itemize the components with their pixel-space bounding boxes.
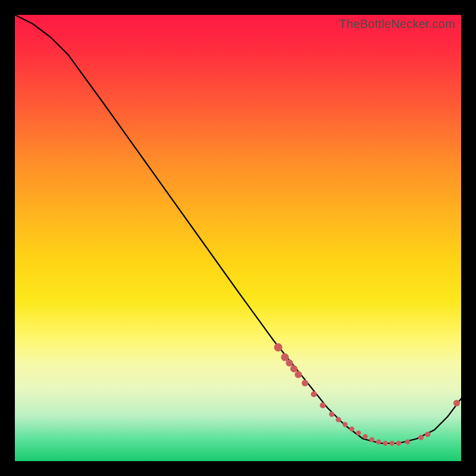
marker-dot: [425, 431, 430, 437]
plot-area: TheBottleNecker.com: [15, 15, 461, 461]
marker-dot: [396, 441, 401, 446]
marker-dot: [343, 422, 347, 427]
marker-dot: [376, 440, 381, 444]
marker-dot: [286, 359, 293, 367]
marker-dot: [363, 434, 368, 439]
marker-dot: [329, 412, 334, 417]
marker-dot: [320, 402, 326, 408]
marker-dot: [274, 343, 283, 352]
marker-dot: [336, 417, 341, 422]
marker-dot: [290, 365, 298, 372]
chart-svg: [15, 15, 461, 461]
marker-dot: [302, 380, 308, 386]
marker-dot: [383, 441, 387, 446]
marker-dot: [311, 392, 317, 397]
marker-dot: [390, 441, 394, 446]
marker-dot: [356, 431, 361, 436]
marker-dot: [349, 427, 354, 431]
marker-dot: [369, 437, 374, 442]
curve-line: [15, 15, 461, 443]
marker-dot: [295, 371, 302, 378]
marker-dot: [405, 440, 410, 444]
marker-dot: [418, 435, 424, 440]
marker-dot: [453, 400, 460, 406]
chart-frame: TheBottleNecker.com: [0, 0, 476, 476]
